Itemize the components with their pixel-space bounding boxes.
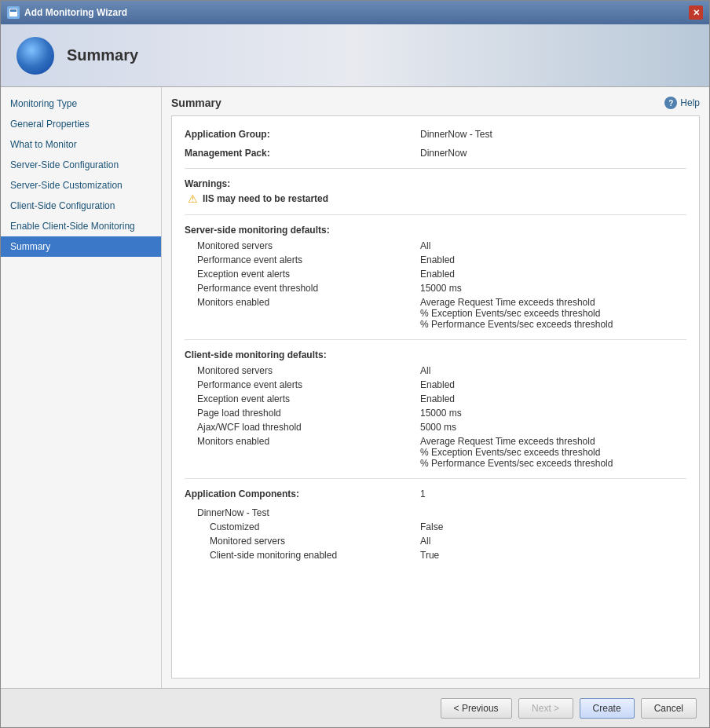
server-monitors-value-2: % Exception Events/sec exceeds threshold — [420, 308, 613, 319]
client-perf-alerts-row: Performance event alerts Enabled — [185, 379, 686, 390]
header-title: Summary — [67, 46, 138, 64]
client-monitored-servers-value: All — [420, 365, 430, 376]
wizard-icon — [16, 37, 54, 75]
server-defaults-header: Server-side monitoring defaults: — [185, 225, 686, 236]
server-perf-threshold-value: 15000 ms — [420, 283, 462, 294]
app-components-row: Application Components: 1 — [185, 488, 686, 499]
create-button[interactable]: Create — [580, 698, 635, 719]
warnings-row: Warnings: ⚠ IIS may need to be restarted — [185, 178, 686, 205]
divider-2 — [185, 214, 686, 215]
server-monitored-servers-label: Monitored servers — [197, 240, 420, 251]
app-client-monitoring-label: Client-side monitoring enabled — [197, 550, 420, 561]
server-perf-alerts-label: Performance event alerts — [197, 254, 420, 265]
cancel-button[interactable]: Cancel — [641, 698, 697, 719]
content-area: Monitoring Type General Properties What … — [1, 87, 709, 688]
client-exception-alerts-row: Exception event alerts Enabled — [185, 393, 686, 404]
main-window: Add Monitoring Wizard ✕ Summary Monitori… — [0, 0, 710, 728]
server-exception-alerts-row: Exception event alerts Enabled — [185, 269, 686, 280]
server-monitors-enabled-value: Average Request Time exceeds threshold %… — [420, 297, 613, 330]
divider-4 — [185, 478, 686, 479]
sidebar-item-monitoring-type[interactable]: Monitoring Type — [1, 93, 161, 114]
server-monitored-servers-value: All — [420, 240, 430, 251]
sidebar-item-server-side-custom[interactable]: Server-Side Customization — [1, 175, 161, 196]
client-page-load-label: Page load threshold — [197, 408, 420, 419]
client-monitors-enabled-value: Average Request Time exceeds threshold %… — [420, 436, 613, 469]
server-perf-alerts-row: Performance event alerts Enabled — [185, 254, 686, 265]
client-exception-alerts-value: Enabled — [420, 393, 455, 404]
close-button[interactable]: ✕ — [689, 5, 703, 20]
client-monitored-servers-label: Monitored servers — [197, 365, 420, 376]
help-icon: ? — [664, 97, 677, 109]
server-monitored-servers-row: Monitored servers All — [185, 240, 686, 251]
sidebar-item-general-properties[interactable]: General Properties — [1, 114, 161, 134]
sidebar-item-client-side-config[interactable]: Client-Side Configuration — [1, 196, 161, 216]
client-monitors-enabled-label: Monitors enabled — [197, 436, 420, 469]
divider-3 — [185, 339, 686, 340]
client-ajax-value: 5000 ms — [420, 422, 456, 433]
client-page-load-row: Page load threshold 15000 ms — [185, 408, 686, 419]
main-header: Summary ? Help — [171, 97, 700, 109]
client-ajax-label: Ajax/WCF load threshold — [197, 422, 420, 433]
app-customized-row: Customized False — [185, 521, 686, 532]
server-perf-threshold-label: Performance event threshold — [197, 283, 420, 294]
client-monitors-enabled-row: Monitors enabled Average Request Time ex… — [185, 436, 686, 469]
server-exception-alerts-label: Exception event alerts — [197, 269, 420, 280]
svg-rect-1 — [10, 9, 16, 12]
window-title: Add Monitoring Wizard — [24, 7, 127, 18]
app-components-label: Application Components: — [185, 488, 420, 499]
app-customized-label: Customized — [197, 521, 420, 532]
server-monitors-enabled-label: Monitors enabled — [197, 297, 420, 330]
warning-triangle-icon: ⚠ — [188, 192, 198, 205]
application-group-label: Application Group: — [185, 129, 420, 140]
client-monitored-servers-row: Monitored servers All — [185, 365, 686, 376]
app-monitored-servers-row: Monitored servers All — [185, 536, 686, 547]
warning-message: IIS may need to be restarted — [203, 193, 328, 204]
footer: < Previous Next > Create Cancel — [1, 688, 709, 727]
app-monitored-servers-value: All — [420, 536, 430, 547]
sidebar-item-enable-client-side[interactable]: Enable Client-Side Monitoring — [1, 216, 161, 236]
help-link[interactable]: ? Help — [664, 97, 700, 109]
app-components-value: 1 — [420, 488, 426, 499]
warnings-label: Warnings: — [185, 178, 686, 189]
management-pack-value: DinnerNow — [420, 148, 467, 159]
server-monitors-value-1: Average Request Time exceeds threshold — [420, 297, 613, 308]
app-monitored-servers-label: Monitored servers — [197, 536, 420, 547]
app-client-monitoring-value: True — [420, 550, 439, 561]
next-button[interactable]: Next > — [518, 698, 573, 719]
divider-1 — [185, 168, 686, 169]
server-monitors-value-3: % Performance Events/sec exceeds thresho… — [420, 319, 613, 330]
app-component-name-row: DinnerNow - Test — [185, 507, 686, 518]
client-monitors-value-2: % Exception Events/sec exceeds threshold — [420, 447, 613, 458]
server-perf-threshold-row: Performance event threshold 15000 ms — [185, 283, 686, 294]
client-defaults-header: Client-side monitoring defaults: — [185, 349, 686, 360]
sidebar: Monitoring Type General Properties What … — [1, 87, 162, 688]
summary-box: Application Group: DinnerNow - Test Mana… — [171, 115, 700, 679]
section-title: Summary — [171, 97, 221, 109]
help-label: Help — [680, 97, 700, 108]
server-exception-alerts-value: Enabled — [420, 269, 455, 280]
management-pack-label: Management Pack: — [185, 148, 420, 159]
app-client-monitoring-row: Client-side monitoring enabled True — [185, 550, 686, 561]
main-content: Summary ? Help Application Group: Dinner… — [162, 87, 709, 688]
title-bar-left: Add Monitoring Wizard — [7, 6, 127, 19]
app-component-name: DinnerNow - Test — [197, 507, 420, 518]
client-perf-alerts-value: Enabled — [420, 379, 455, 390]
management-pack-row: Management Pack: DinnerNow — [185, 148, 686, 159]
client-perf-alerts-label: Performance event alerts — [197, 379, 420, 390]
server-perf-alerts-value: Enabled — [420, 254, 455, 265]
client-exception-alerts-label: Exception event alerts — [197, 393, 420, 404]
sidebar-item-server-side-config[interactable]: Server-Side Configuration — [1, 155, 161, 175]
previous-button[interactable]: < Previous — [441, 698, 512, 719]
window-icon — [7, 6, 20, 19]
sidebar-item-what-to-monitor[interactable]: What to Monitor — [1, 134, 161, 155]
title-bar: Add Monitoring Wizard ✕ — [1, 1, 709, 24]
server-monitors-enabled-row: Monitors enabled Average Request Time ex… — [185, 297, 686, 330]
header-section: Summary — [1, 24, 709, 87]
application-group-row: Application Group: DinnerNow - Test — [185, 129, 686, 140]
sidebar-item-summary[interactable]: Summary — [1, 236, 161, 257]
warning-detail: ⚠ IIS may need to be restarted — [185, 192, 686, 205]
client-page-load-value: 15000 ms — [420, 408, 462, 419]
client-ajax-row: Ajax/WCF load threshold 5000 ms — [185, 422, 686, 433]
client-monitors-value-3: % Performance Events/sec exceeds thresho… — [420, 458, 613, 469]
client-monitors-value-1: Average Request Time exceeds threshold — [420, 436, 613, 447]
